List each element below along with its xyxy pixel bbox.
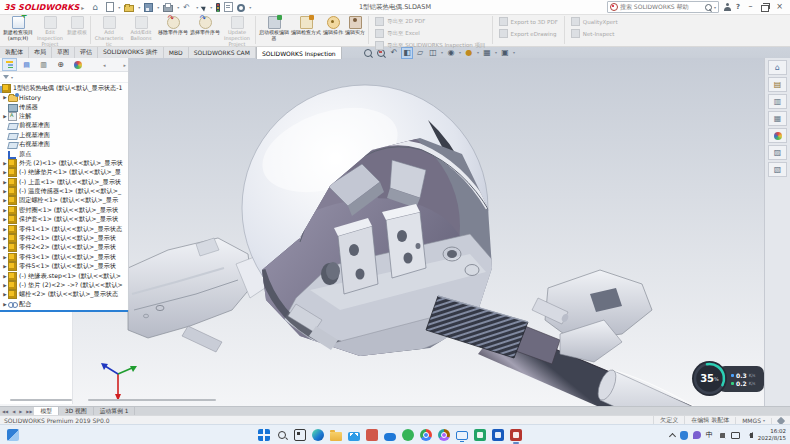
- tab-sketch[interactable]: 草图: [52, 46, 75, 58]
- scrollbar[interactable]: [10, 399, 72, 401]
- store-app-icon[interactable]: [366, 429, 378, 441]
- green-app-icon[interactable]: [402, 429, 414, 441]
- tree-item-label[interactable]: (-) 温度传感器<1> (默认<<默认>_: [19, 187, 121, 196]
- rebuild-icon[interactable]: [216, 3, 220, 12]
- tab-mbd[interactable]: MBD: [164, 46, 189, 58]
- chrome-browser-icon[interactable]: [420, 429, 432, 441]
- appearances-scenes-icon[interactable]: [768, 128, 787, 143]
- edit-operations-button[interactable]: 编辑操作: [322, 14, 344, 46]
- tree-item[interactable]: ▶History: [0, 93, 128, 102]
- tree-item-label[interactable]: 右视基准面: [19, 140, 50, 149]
- tree-item-label[interactable]: 固定螺栓<1> (默认<<默认>_显示: [19, 196, 118, 205]
- filter-funnel-icon[interactable]: [3, 75, 9, 79]
- file-properties-icon[interactable]: [224, 2, 233, 12]
- tree-root-row[interactable]: 1型铠装热电偶 (默认<默认_显示状态-1: [0, 83, 128, 93]
- green-square-app-icon[interactable]: [474, 429, 486, 441]
- view-palette-icon[interactable]: [768, 111, 787, 126]
- search-icon[interactable]: [705, 4, 712, 11]
- configuration-manager-tab[interactable]: ▥: [36, 58, 51, 71]
- chevron-down-icon[interactable]: ▾: [196, 5, 198, 10]
- tree-item-label[interactable]: 配合: [19, 300, 31, 309]
- tree-item[interactable]: ▶注解: [0, 112, 128, 121]
- input-method-icon[interactable]: [718, 431, 726, 439]
- usage-percent-circle[interactable]: 35 %: [692, 361, 727, 396]
- tab-nav-first-icon[interactable]: ◀◀: [0, 409, 10, 414]
- chevron-down-icon[interactable]: ▾: [138, 5, 140, 10]
- help-button[interactable]: ?: [736, 3, 740, 11]
- logo-flyout-arrow[interactable]: ▸: [81, 4, 84, 11]
- taskbar-search-icon[interactable]: [276, 429, 288, 441]
- tree-item[interactable]: ▶(-) 绝缘垫片<1> (默认<<默认>_显: [0, 168, 128, 177]
- tree-root-label[interactable]: 1型铠装热电偶 (默认<默认_显示状态-1: [13, 84, 122, 93]
- tree-item-label[interactable]: 保护套<1> (默认<<默认>_显示状: [19, 215, 118, 224]
- property-manager-tab[interactable]: ▤: [19, 58, 34, 71]
- tree-item-label[interactable]: 外壳 (2)<1> (默认<<默认>_显示状: [19, 159, 123, 168]
- tab-nav-prev-icon[interactable]: ◀: [10, 409, 17, 414]
- display-tray-icon[interactable]: [731, 432, 740, 439]
- tab-scroll-right-icon[interactable]: ▸: [123, 62, 126, 68]
- tree-item[interactable]: ▶外壳 (2)<1> (默认<<默认>_显示状: [0, 159, 128, 168]
- tree-item-label[interactable]: (-) 绝缘垫片<1> (默认<<默认>_显: [19, 168, 121, 177]
- chevron-down-icon[interactable]: ▾: [495, 50, 497, 55]
- tag-icon[interactable]: [771, 418, 790, 424]
- close-button[interactable]: ×: [774, 2, 785, 12]
- save-icon[interactable]: [144, 3, 153, 12]
- custom-properties-icon[interactable]: [768, 145, 787, 160]
- tree-item-label[interactable]: 前视基准面: [19, 121, 50, 130]
- tree-item[interactable]: ▶零件3<1> (默认<<默认>_显示状: [0, 253, 128, 262]
- tree-item[interactable]: 原点: [0, 149, 128, 158]
- chevron-down-icon[interactable]: ▾: [477, 50, 479, 55]
- tree-item[interactable]: ▶零件2<1> (默认<<默认>_显示状: [0, 234, 128, 243]
- security-shield-icon[interactable]: [680, 431, 688, 440]
- tree-item-label[interactable]: 注解: [19, 112, 31, 121]
- scrollbar[interactable]: [88, 399, 216, 401]
- tab-assembly[interactable]: 装配体: [0, 46, 29, 58]
- remote-desktop-app-icon[interactable]: [456, 431, 468, 440]
- widgets-icon[interactable]: [7, 429, 19, 441]
- dimxpert-manager-tab[interactable]: ⊕: [53, 58, 68, 71]
- tab-solidworks-cam[interactable]: SOLIDWORKS CAM: [189, 46, 256, 58]
- units-selector[interactable]: MMGS▾: [735, 417, 771, 424]
- view-settings-icon[interactable]: ▣: [500, 48, 510, 58]
- edge-browser-icon[interactable]: [312, 429, 324, 441]
- chevron-down-icon[interactable]: ▾: [210, 5, 212, 10]
- new-document-icon[interactable]: [106, 2, 114, 12]
- solidworks-app-icon[interactable]: [510, 429, 522, 441]
- tree-item-label[interactable]: (-) 绝缘表.step<1> (默认<<默认>: [19, 272, 121, 281]
- tree-item[interactable]: ▶零件1<1> (默认<<默认>_显示状态: [0, 224, 128, 233]
- chevron-down-icon[interactable]: ▾: [249, 5, 251, 10]
- open-icon[interactable]: [124, 5, 134, 12]
- tray-app-icon[interactable]: [693, 431, 701, 439]
- tree-item-label[interactable]: 螺栓<2> (默认<<默认>_显示状态: [19, 290, 118, 299]
- user-account-icon[interactable]: [724, 3, 731, 11]
- select-cursor-icon[interactable]: [201, 4, 208, 11]
- print-icon[interactable]: [163, 5, 173, 12]
- blue-square-app-icon[interactable]: [492, 429, 504, 441]
- tree-item[interactable]: ▶固定螺栓<1> (默认<<默认>_显示: [0, 196, 128, 205]
- tree-filter-row[interactable]: ▾: [0, 72, 128, 83]
- chevron-down-icon[interactable]: ▾: [441, 50, 443, 55]
- tree-item-label[interactable]: 零件3<1> (默认<<默认>_显示状: [19, 253, 116, 262]
- chevron-down-icon[interactable]: ▾: [513, 50, 515, 55]
- tree-item[interactable]: ▶(-) 垫片 (2)<2> ->? (默认<<默认>: [0, 281, 128, 290]
- tree-item[interactable]: ▶零件2<2> (默认<<默认>_显示状: [0, 243, 128, 252]
- edit-customers-button[interactable]: 编辑实方: [344, 14, 366, 46]
- tree-item[interactable]: ▶(-) 温度传感器<1> (默认<<默认>_: [0, 187, 128, 196]
- chevron-down-icon[interactable]: ▾: [11, 75, 13, 80]
- tree-item-label[interactable]: 零件2<2> (默认<<默认>_显示状: [19, 243, 116, 252]
- tree-item-label[interactable]: 原点: [19, 150, 31, 159]
- mail-app-icon[interactable]: [348, 432, 360, 441]
- tree-item[interactable]: ▶(-) 上盖<1> (默认<<默认>_显示状: [0, 178, 128, 187]
- tree-item[interactable]: ▶配合: [0, 300, 128, 309]
- tree-item-label[interactable]: (-) 上盖<1> (默认<<默认>_显示状: [19, 178, 121, 187]
- select-balloons-button[interactable]: 选择零件序号: [189, 14, 221, 46]
- task-view-icon[interactable]: [294, 429, 306, 441]
- start-button-icon[interactable]: [258, 429, 270, 441]
- edit-inspection-methods-button[interactable]: 编辑检查方式: [290, 14, 322, 46]
- display-manager-tab[interactable]: [70, 58, 85, 71]
- tree-item[interactable]: 传感器: [0, 102, 128, 111]
- feature-tree-tab[interactable]: [2, 58, 17, 71]
- volume-icon[interactable]: [750, 433, 753, 438]
- tab-nav-next-icon[interactable]: ▶: [17, 409, 24, 414]
- help-search-input[interactable]: 搜索 SOLIDWORKS 帮助 ▾: [607, 1, 719, 13]
